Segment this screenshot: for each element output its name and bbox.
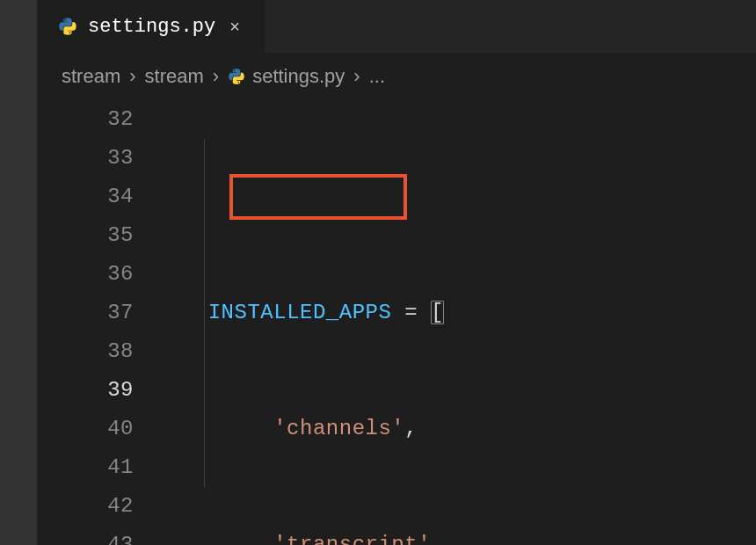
line-number: 36	[37, 255, 134, 294]
token-string: 'channels'	[273, 417, 404, 440]
line-number: 40	[37, 410, 134, 448]
code-line[interactable]: 'transcript',	[169, 526, 756, 545]
tab-bar: settings.py ×	[37, 0, 756, 53]
token-punct: ,	[431, 533, 444, 545]
breadcrumb[interactable]: stream › stream › settings.py › ...	[37, 53, 756, 100]
close-icon[interactable]: ×	[226, 16, 244, 37]
line-number: 33	[37, 139, 134, 178]
chevron-right-icon: ›	[345, 65, 368, 88]
breadcrumb-ellipsis[interactable]: ...	[369, 65, 385, 88]
line-number: 41	[37, 448, 134, 487]
token-variable: INSTALLED_APPS	[208, 301, 392, 324]
line-number: 43	[37, 526, 134, 545]
token-string: 'transcript'	[273, 533, 431, 545]
token-punct: =	[391, 301, 431, 324]
code-line[interactable]	[169, 178, 756, 216]
breadcrumb-file[interactable]: settings.py	[252, 65, 345, 88]
token-punct: ,	[404, 417, 418, 440]
editor-pane: settings.py × stream › stream › settings…	[37, 0, 756, 545]
tab-settings-py[interactable]: settings.py ×	[37, 0, 265, 53]
line-number: 34	[37, 178, 134, 216]
code-line[interactable]: 'channels',	[169, 410, 756, 448]
python-icon	[58, 17, 77, 36]
chevron-right-icon: ›	[204, 65, 228, 88]
code-editor[interactable]: 32 33 34 35 36 37 38 39 40 41 42 43 INST…	[37, 100, 756, 545]
chevron-right-icon: ›	[120, 65, 144, 88]
line-number: 37	[37, 294, 134, 332]
line-number: 35	[37, 216, 134, 255]
line-number: 38	[37, 332, 134, 371]
line-number: 32	[37, 100, 134, 139]
python-icon	[228, 68, 245, 85]
breadcrumb-segment[interactable]: stream	[145, 65, 204, 88]
line-number-gutter: 32 33 34 35 36 37 38 39 40 41 42 43	[37, 100, 160, 545]
line-number: 39	[37, 371, 134, 410]
code-line[interactable]: INSTALLED_APPS = [	[169, 294, 756, 332]
open-bracket: [	[431, 301, 444, 324]
line-number: 42	[37, 487, 134, 526]
breadcrumb-segment[interactable]: stream	[62, 65, 120, 88]
activity-bar	[0, 0, 37, 545]
tab-file-name: settings.py	[88, 16, 215, 38]
code-content[interactable]: INSTALLED_APPS = [ 'channels', 'transcri…	[169, 100, 756, 545]
